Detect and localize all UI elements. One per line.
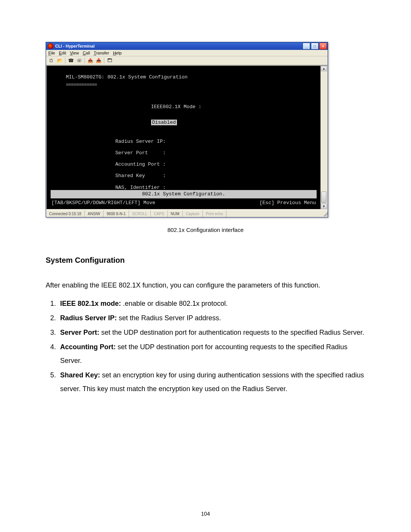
terminal[interactable]: MIL-SM8002TG: 802.1x System Configuratio… <box>46 65 320 210</box>
hyperterminal-window: CLI - HyperTerminal _ □ × File Edit View… <box>46 42 328 217</box>
hangup-icon[interactable]: ☏ <box>76 58 82 64</box>
footer-nav-left: [TAB/BKSPC/UP/DOWN/RIGHT/LEFT] Move <box>51 199 155 207</box>
status-caps: CAPS <box>151 210 167 217</box>
figure-caption: 802.1x Configuration interface <box>46 227 365 233</box>
scroll-down-icon[interactable]: ▼ <box>321 204 327 209</box>
menu-edit[interactable]: Edit <box>59 51 66 55</box>
call-icon[interactable]: ☎ <box>68 58 74 64</box>
list-item-bold: Shared Key: <box>60 371 100 379</box>
terminal-footer-nav: [TAB/BKSPC/UP/DOWN/RIGHT/LEFT] Move [Esc… <box>51 199 317 207</box>
section-heading: System Configuration <box>46 256 365 265</box>
field-mode-label: IEEE802.1X Mode : <box>151 104 202 110</box>
terminal-footer-title: 802.1x System Configuration. <box>51 190 317 198</box>
terminal-fields: IEEE802.1X Mode : Disabled Radius Server… <box>115 96 317 191</box>
status-capture: Capture <box>183 210 203 217</box>
list-item: Accounting Port: set the UDP destination… <box>58 340 365 367</box>
list-item-bold: Accounting Port: <box>60 343 116 351</box>
window-title: CLI - HyperTerminal <box>55 44 303 48</box>
menu-file[interactable]: File <box>48 51 55 55</box>
terminal-rule: ============ <box>66 81 317 89</box>
properties-icon[interactable]: 🗔 <box>107 58 113 64</box>
open-icon[interactable]: 📂 <box>57 58 63 64</box>
scroll-track[interactable] <box>321 71 327 204</box>
maximize-button[interactable]: □ <box>311 43 319 50</box>
window-buttons: _ □ × <box>303 43 327 50</box>
terminal-header: MIL-SM8002TG: 802.1x System Configuratio… <box>66 73 317 81</box>
minimize-button[interactable]: _ <box>303 43 310 50</box>
list-item-text: set an encryption key for using during a… <box>60 371 364 393</box>
menubar: File Edit View Call Transfer Help <box>46 50 328 56</box>
menu-view[interactable]: View <box>70 51 79 55</box>
list-item: Server Port: set the UDP destination por… <box>58 326 365 339</box>
scroll-thumb[interactable] <box>321 192 327 203</box>
list-item-text: set the Radius Server IP address. <box>117 314 221 322</box>
toolbar-separator <box>65 58 65 64</box>
list-item-bold: IEEE 802.1x mode: <box>60 300 121 307</box>
list-item: Radius Server IP: set the Radius Server … <box>58 311 365 325</box>
field-server-port: Server Port : <box>115 149 317 157</box>
field-radius-ip: Radius Server IP: <box>115 138 317 145</box>
menu-call[interactable]: Call <box>83 51 90 55</box>
titlebar: CLI - HyperTerminal _ □ × <box>46 42 328 50</box>
status-port: 9600 8-N-1 <box>104 210 129 217</box>
client-area: MIL-SM8002TG: 802.1x System Configuratio… <box>46 65 328 210</box>
terminal-footer: 802.1x System Configuration. [TAB/BKSPC/… <box>51 190 317 207</box>
send-icon[interactable]: 📤 <box>87 58 93 64</box>
config-list: IEEE 802.1x mode: .enable or disable 802… <box>46 297 365 396</box>
list-item-text: set the UDP destination port for authent… <box>99 329 364 336</box>
scroll-up-icon[interactable]: ▲ <box>321 66 327 71</box>
field-accounting-port: Accounting Port : <box>115 161 317 168</box>
list-item-bold: Server Port: <box>60 329 99 336</box>
menu-transfer[interactable]: Transfer <box>94 51 109 55</box>
page-number: 104 <box>0 511 411 517</box>
toolbar-separator <box>104 58 104 64</box>
list-item: Shared Key: set an encryption key for us… <box>58 368 365 396</box>
status-printecho: Print echo <box>203 210 226 217</box>
toolbar: 🗋 📂 ☎ ☏ 📤 📥 🗔 <box>46 56 328 65</box>
resize-grip-icon[interactable] <box>322 211 328 216</box>
list-item: IEEE 802.1x mode: .enable or disable 802… <box>58 297 365 310</box>
menu-help[interactable]: Help <box>113 51 122 55</box>
app-icon <box>48 43 54 49</box>
intro-paragraph: After enabling the IEEE 802.1X function,… <box>46 278 365 292</box>
status-connected: Connected 0:15:18 <box>46 210 85 217</box>
toolbar-separator <box>84 58 85 64</box>
field-mode: IEEE802.1X Mode : Disabled <box>115 96 317 134</box>
field-mode-value[interactable]: Disabled <box>151 120 177 125</box>
list-item-text: .enable or disable 802.1x protocol. <box>121 300 228 307</box>
vertical-scrollbar[interactable]: ▲ ▼ <box>320 65 328 210</box>
field-shared-key: Shared Key : <box>115 172 317 180</box>
status-num: NUM <box>168 210 183 217</box>
status-emulation: ANSIW <box>85 210 104 217</box>
document-page: CLI - HyperTerminal _ □ × File Edit View… <box>0 0 411 532</box>
footer-nav-right: [Esc] Previous Menu <box>260 199 316 207</box>
receive-icon[interactable]: 📥 <box>96 58 102 64</box>
close-button[interactable]: × <box>319 43 327 50</box>
statusbar: Connected 0:15:18 ANSIW 9600 8-N-1 SCROL… <box>46 210 328 217</box>
list-item-bold: Radius Server IP: <box>60 314 117 322</box>
new-icon[interactable]: 🗋 <box>48 58 54 64</box>
status-scroll: SCROLL <box>129 210 151 217</box>
